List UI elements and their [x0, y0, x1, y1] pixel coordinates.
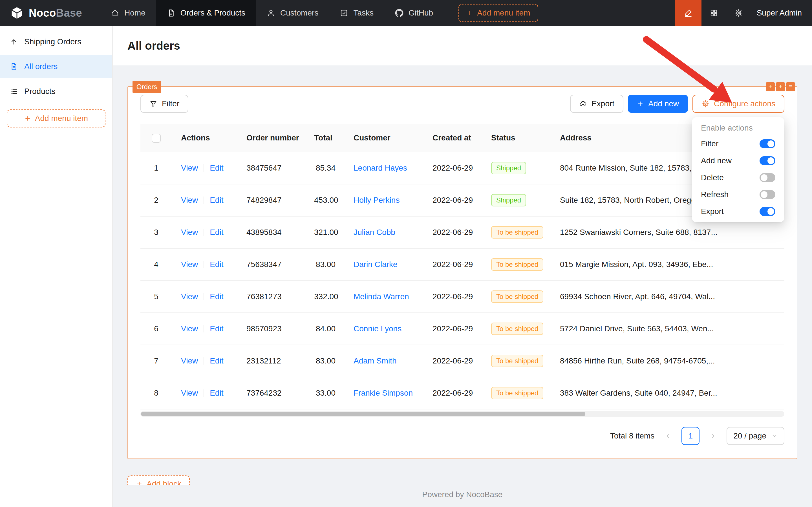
sidebar-item-products[interactable]: Products	[0, 80, 112, 103]
table-row: 2 ViewEdit 74829847 453.00 Holly Perkins…	[140, 184, 785, 216]
action-divider	[204, 164, 204, 172]
nav-item-github[interactable]: GitHub	[384, 0, 444, 26]
edit-link[interactable]: Edit	[210, 196, 223, 205]
enable-action-item[interactable]: Refresh	[694, 186, 782, 203]
action-toggle-switch[interactable]	[760, 190, 775, 199]
table-row: 1 ViewEdit 38475647 85.34 Leonard Hayes …	[140, 152, 785, 184]
main-area: All orders Orders + + ≡ Filter	[113, 26, 812, 507]
chevron-right-icon	[710, 433, 716, 439]
switch-knob	[767, 208, 774, 215]
enable-action-item[interactable]: Export	[694, 203, 782, 220]
plus-icon	[24, 115, 31, 122]
action-toggle-switch[interactable]	[760, 139, 775, 148]
order-number-cell: 75638347	[237, 248, 305, 281]
view-link[interactable]: View	[181, 164, 198, 172]
grid-icon	[710, 9, 718, 17]
designer-plus-icon[interactable]: +	[776, 82, 785, 91]
status-badge: To be shipped	[491, 355, 543, 367]
enable-action-item[interactable]: Filter	[694, 135, 782, 152]
view-link[interactable]: View	[181, 389, 198, 397]
pagination-next-button[interactable]	[704, 427, 722, 445]
order-number-cell: 74829847	[237, 184, 305, 216]
designer-plus-icon[interactable]: +	[766, 82, 775, 91]
horizontal-scrollbar-thumb[interactable]	[141, 412, 585, 416]
nocobase-logo[interactable]: NocoBase	[0, 6, 92, 20]
created-at-cell: 2022-06-29	[423, 216, 482, 248]
pagination-page-1[interactable]: 1	[682, 427, 699, 445]
total-cell: 321.00	[305, 216, 345, 248]
customer-link[interactable]: Frankie Simpson	[354, 389, 413, 397]
customer-link[interactable]: Melinda Warren	[354, 292, 409, 301]
ui-editor-button[interactable]	[675, 0, 701, 26]
status-badge: To be shipped	[491, 258, 543, 271]
cloud-upload-icon	[579, 100, 587, 108]
view-link[interactable]: View	[181, 196, 198, 205]
nav-item-orders-products[interactable]: Orders & Products	[156, 0, 256, 26]
filter-button[interactable]: Filter	[140, 95, 188, 113]
add-new-button[interactable]: Add new	[628, 95, 688, 113]
add-block-button[interactable]: Add block	[127, 475, 190, 485]
list-icon	[10, 87, 18, 96]
navbar-add-menu-item-button[interactable]: Add menu item	[458, 4, 538, 22]
file-icon	[167, 9, 175, 17]
select-all-checkbox[interactable]	[152, 134, 161, 143]
nav-item-tasks[interactable]: Tasks	[329, 0, 384, 26]
enable-action-label: Add new	[701, 156, 732, 165]
edit-link[interactable]: Edit	[210, 164, 223, 172]
enable-action-item[interactable]: Add new	[694, 152, 782, 169]
view-link[interactable]: View	[181, 356, 198, 365]
customer-link[interactable]: Adam Smith	[354, 356, 397, 365]
customer-link[interactable]: Connie Lyons	[354, 324, 402, 333]
plugin-manager-button[interactable]	[701, 0, 726, 26]
address-cell: 383 Walter Gardens, Suite 040, 24947, Be…	[551, 377, 785, 409]
edit-link[interactable]: Edit	[210, 260, 223, 269]
app-window: NocoBase Home Orders & Products Customer…	[0, 0, 812, 507]
customer-link[interactable]: Holly Perkins	[354, 196, 400, 205]
block-designer-toolbar: + + ≡	[766, 82, 795, 91]
edit-link[interactable]: Edit	[210, 292, 223, 301]
sidebar-add-menu-item-button[interactable]: Add menu item	[7, 109, 106, 127]
nav-item-customers[interactable]: Customers	[256, 0, 329, 26]
status-badge: To be shipped	[491, 387, 543, 399]
view-link[interactable]: View	[181, 324, 198, 333]
table-row: 5 ViewEdit 76381273 332.00 Melinda Warre…	[140, 281, 785, 313]
enable-action-label: Refresh	[701, 190, 729, 199]
edit-link[interactable]: Edit	[210, 356, 223, 365]
designer-menu-icon[interactable]: ≡	[786, 82, 795, 91]
view-link[interactable]: View	[181, 292, 198, 301]
page-header: All orders	[113, 26, 812, 65]
created-at-cell: 2022-06-29	[423, 248, 482, 281]
pagination-prev-button[interactable]	[659, 427, 677, 445]
content-area: Orders + + ≡ Filter Export	[113, 65, 812, 507]
sidebar-item-shipping-orders[interactable]: Shipping Orders	[0, 31, 112, 53]
page-size-select[interactable]: 20 / page	[727, 427, 785, 445]
settings-button[interactable]	[726, 0, 751, 26]
table-toolbar: Filter Export Add new Conf	[140, 95, 785, 113]
nav-item-home[interactable]: Home	[100, 0, 156, 26]
edit-link[interactable]: Edit	[210, 324, 223, 333]
table-row: 3 ViewEdit 43895834 321.00 Julian Cobb 2…	[140, 216, 785, 248]
row-index: 6	[154, 324, 159, 333]
action-toggle-switch[interactable]	[760, 156, 775, 165]
view-link[interactable]: View	[181, 260, 198, 269]
enable-action-item[interactable]: Delete	[694, 169, 782, 186]
customer-link[interactable]: Julian Cobb	[354, 228, 395, 237]
created-at-cell: 2022-06-29	[423, 377, 482, 409]
cube-logo-icon	[10, 6, 24, 20]
edit-link[interactable]: Edit	[210, 389, 223, 397]
action-toggle-switch[interactable]	[760, 207, 775, 216]
table-row: 8 ViewEdit 73764232 33.00 Frankie Simpso…	[140, 377, 785, 409]
export-button[interactable]: Export	[570, 95, 623, 113]
customer-link[interactable]: Darin Clarke	[354, 260, 398, 269]
customer-link[interactable]: Leonard Hayes	[354, 164, 407, 172]
sidebar-item-all-orders[interactable]: All orders	[0, 55, 112, 78]
add-block-clipped-region: Add block	[127, 475, 797, 485]
user-menu[interactable]: Super Admin	[751, 8, 812, 17]
enable-action-label: Filter	[701, 139, 718, 148]
configure-actions-button[interactable]: Configure actions	[692, 95, 785, 113]
edit-link[interactable]: Edit	[210, 228, 223, 237]
total-cell: 83.00	[305, 345, 345, 377]
action-toggle-switch[interactable]	[760, 173, 775, 182]
view-link[interactable]: View	[181, 228, 198, 237]
order-number-cell: 73764232	[237, 377, 305, 409]
